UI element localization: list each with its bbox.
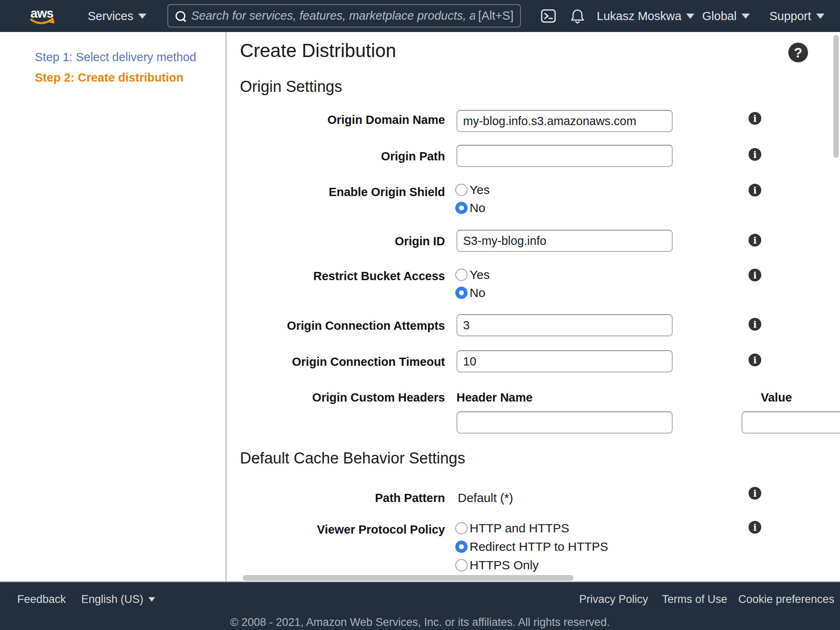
restrict-bucket-option-yes[interactable]: Yes	[455, 268, 490, 282]
aws-logo-text: aws	[30, 6, 53, 21]
language-label: English (US)	[81, 593, 144, 606]
radio-option-label: Redirect HTTP to HTTPS	[470, 540, 608, 554]
restrict-bucket-option-no[interactable]: No	[455, 286, 485, 300]
info-icon[interactable]: i	[749, 112, 761, 125]
support-menu[interactable]: Support	[769, 0, 824, 32]
radio-option-label: Yes	[470, 268, 490, 282]
origin-shield-option-yes[interactable]: Yes	[455, 183, 490, 197]
origin-domain-name-label: Origin Domain Name	[226, 113, 445, 126]
info-icon[interactable]: i	[749, 318, 761, 331]
value-column-label: Value	[761, 391, 792, 404]
info-icon[interactable]: i	[749, 521, 761, 534]
header-name-column-label: Header Name	[457, 391, 532, 404]
origin-path-input[interactable]	[457, 145, 673, 167]
viewer-protocol-policy-label: Viewer Protocol Policy	[226, 523, 445, 536]
restrict-bucket-access-label: Restrict Bucket Access	[226, 269, 445, 283]
origin-custom-headers-label: Origin Custom Headers	[226, 391, 445, 404]
cloudshell-terminal-icon	[541, 9, 556, 23]
chevron-down-icon	[138, 14, 146, 19]
services-menu-label: Services	[88, 9, 133, 23]
origin-connection-attempts-label: Origin Connection Attempts	[226, 319, 445, 332]
radio-option-label: HTTP and HTTPS	[470, 521, 569, 535]
origin-path-label: Origin Path	[226, 150, 445, 163]
horizontal-scrollbar-thumb[interactable]	[243, 575, 573, 581]
bell-icon	[570, 8, 585, 24]
info-icon[interactable]: i	[749, 184, 761, 196]
info-icon[interactable]: i	[749, 487, 761, 500]
search-input[interactable]	[190, 9, 476, 23]
account-menu[interactable]: Lukasz Moskwa	[597, 0, 694, 32]
region-label: Global	[702, 9, 737, 23]
chevron-down-icon	[816, 14, 824, 19]
info-icon[interactable]: i	[749, 148, 761, 161]
cookie-preferences-link[interactable]: Cookie preferences	[738, 593, 834, 606]
search-shortcut-hint: [Alt+S]	[478, 9, 514, 23]
radio-checked-icon[interactable]	[455, 202, 468, 214]
language-selector[interactable]: English (US)	[81, 593, 155, 606]
radio-unchecked-icon[interactable]	[455, 269, 468, 281]
viewer-policy-option-https-only[interactable]: HTTPS Only	[455, 558, 539, 572]
privacy-policy-link[interactable]: Privacy Policy	[579, 593, 648, 606]
origin-id-label: Origin ID	[226, 235, 445, 248]
feedback-button[interactable]: Feedback	[17, 593, 66, 606]
radio-option-label: Yes	[470, 183, 490, 197]
radio-checked-icon[interactable]	[455, 541, 468, 553]
info-icon[interactable]: i	[749, 234, 761, 247]
radio-unchecked-icon[interactable]	[455, 522, 468, 534]
radio-option-label: HTTPS Only	[470, 558, 539, 572]
default-cache-behavior-heading: Default Cache Behavior Settings	[240, 450, 465, 467]
path-pattern-value: Default (*)	[458, 491, 513, 504]
search-icon	[176, 11, 185, 21]
radio-unchecked-icon[interactable]	[455, 559, 468, 571]
origin-connection-timeout-input[interactable]	[457, 350, 673, 372]
viewer-policy-option-redirect[interactable]: Redirect HTTP to HTTPS	[455, 540, 608, 554]
origin-domain-name-input[interactable]	[457, 110, 673, 132]
account-user-name: Lukasz Moskwa	[597, 9, 681, 23]
radio-option-label: No	[470, 201, 485, 215]
terms-of-use-link[interactable]: Terms of Use	[662, 593, 727, 606]
copyright-text: © 2008 - 2021, Amazon Web Services, Inc.…	[0, 616, 840, 629]
origin-shield-option-no[interactable]: No	[455, 201, 485, 215]
origin-connection-timeout-label: Origin Connection Timeout	[226, 355, 445, 368]
cloudshell-button[interactable]	[541, 0, 556, 32]
chevron-down-icon	[686, 14, 694, 19]
region-selector[interactable]: Global	[702, 0, 750, 32]
global-search[interactable]: [Alt+S]	[167, 4, 521, 27]
info-icon[interactable]: i	[749, 269, 761, 281]
services-menu[interactable]: Services	[88, 0, 146, 32]
sidebar-step-2-current[interactable]: Step 2: Create distribution	[35, 71, 184, 84]
custom-header-value-input[interactable]	[742, 411, 840, 434]
origin-id-input[interactable]	[457, 230, 673, 252]
chevron-down-icon	[742, 14, 750, 19]
chevron-down-icon	[148, 597, 155, 602]
radio-option-label: No	[470, 286, 485, 300]
path-pattern-label: Path Pattern	[226, 491, 445, 504]
notifications-button[interactable]	[570, 0, 585, 32]
support-label: Support	[769, 9, 811, 23]
footer-bar: Feedback English (US) Privacy Policy Ter…	[0, 582, 840, 630]
info-icon[interactable]: i	[749, 354, 761, 366]
aws-logo[interactable]: aws	[26, 6, 57, 26]
sidebar-step-1-link[interactable]: Step 1: Select delivery method	[35, 50, 196, 64]
origin-connection-attempts-input[interactable]	[457, 314, 673, 336]
radio-unchecked-icon[interactable]	[455, 184, 468, 196]
enable-origin-shield-label: Enable Origin Shield	[226, 185, 445, 199]
vertical-scrollbar-thumb[interactable]	[833, 35, 839, 158]
top-navigation-bar: aws Services [Alt+S] Lukasz Moskwa Globa…	[0, 0, 840, 32]
help-icon[interactable]: ?	[788, 43, 808, 62]
viewer-policy-option-http-and-https[interactable]: HTTP and HTTPS	[455, 521, 569, 535]
aws-console-create-distribution-page: { "topbar": { "logo_text": "aws", "servi…	[0, 0, 840, 630]
radio-checked-icon[interactable]	[455, 287, 468, 299]
page-title: Create Distribution	[240, 39, 396, 62]
custom-header-name-input[interactable]	[457, 411, 673, 434]
origin-settings-heading: Origin Settings	[240, 78, 342, 96]
